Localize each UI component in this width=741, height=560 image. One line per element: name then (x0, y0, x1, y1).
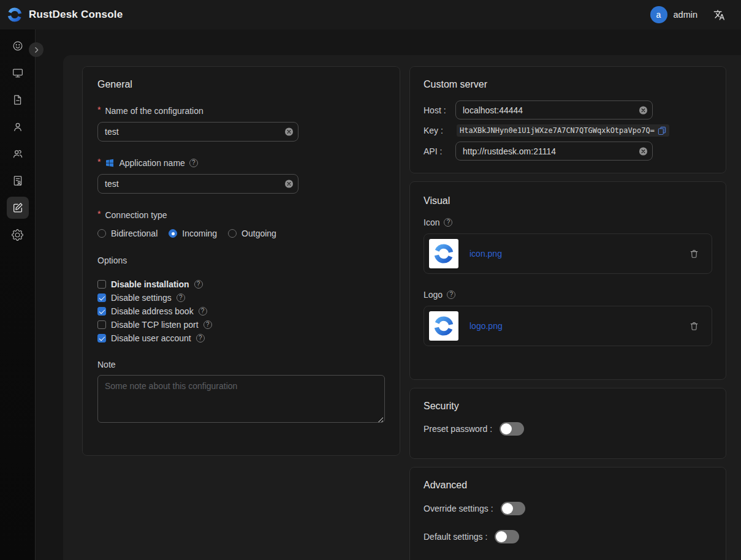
api-input[interactable] (455, 142, 653, 161)
edit-icon (7, 197, 29, 219)
sidebar-item-user[interactable] (0, 113, 35, 140)
sidebar (0, 29, 36, 560)
checkbox-label: Disable TCP listen port (111, 320, 199, 330)
options-list: Disable installation?Disable settings?Di… (97, 278, 385, 345)
windows-icon (105, 158, 115, 168)
host-input[interactable] (455, 100, 653, 119)
sidebar-item-audit-log[interactable] (0, 167, 35, 194)
help-icon[interactable]: ? (194, 280, 203, 289)
clear-icon[interactable] (639, 146, 648, 156)
user-icon (7, 116, 29, 138)
help-icon[interactable]: ? (203, 320, 212, 329)
translate-icon[interactable] (713, 9, 725, 21)
app-name-field (97, 174, 298, 194)
icon-thumbnail (429, 239, 458, 268)
checkbox-disable-installation[interactable]: Disable installation? (97, 278, 385, 291)
advanced-title: Advanced (424, 480, 712, 491)
help-icon[interactable]: ? (177, 293, 185, 302)
chevron-right-icon (32, 46, 40, 54)
required-asterisk: * (97, 105, 101, 114)
radio-bidirectional[interactable]: Bidirectional (97, 229, 158, 238)
logo-filename-link[interactable]: logo.png (469, 321, 689, 331)
trash-icon[interactable] (689, 249, 699, 259)
icon-file-row: icon.png (424, 233, 712, 274)
radio-label: Incoming (182, 229, 217, 238)
help-icon[interactable]: ? (189, 159, 198, 167)
host-label: Host : (424, 105, 455, 115)
app-name-label-row: * Application name ? (97, 158, 385, 168)
sidebar-item-monitor[interactable] (0, 59, 35, 86)
connection-type-group: BidirectionalIncomingOutgoing (97, 229, 385, 238)
checkbox-disable-user-account[interactable]: Disable user account? (97, 331, 385, 345)
key-label: Key : (424, 126, 455, 135)
override-settings-toggle[interactable] (501, 502, 525, 515)
config-name-label: Name of the configuration (105, 106, 203, 116)
avatar[interactable]: a (650, 6, 667, 23)
radio-incoming[interactable]: Incoming (169, 229, 217, 238)
app-title: RustDesk Console (29, 9, 123, 21)
override-settings-row: Override settings : (424, 501, 712, 516)
security-title: Security (424, 401, 712, 412)
brand: RustDesk Console (6, 6, 123, 23)
sidebar-item-edit[interactable] (0, 194, 35, 221)
general-card: General * Name of the configuration * Ap… (82, 66, 400, 456)
icon-upload-label: Icon (424, 218, 439, 227)
help-icon[interactable]: ? (199, 307, 207, 316)
checkbox-disable-tcp-listen-port[interactable]: Disable TCP listen port? (97, 318, 385, 331)
sidebar-item-settings[interactable] (0, 221, 35, 248)
content-page: General * Name of the configuration * Ap… (63, 55, 741, 560)
clear-icon[interactable] (639, 105, 648, 115)
note-textarea[interactable] (97, 375, 385, 423)
checkbox-box-icon (97, 334, 106, 342)
checkbox-label: Disable installation (111, 279, 189, 289)
help-icon[interactable]: ? (444, 218, 452, 227)
checkbox-disable-address-book[interactable]: Disable address book? (97, 305, 385, 318)
default-settings-toggle[interactable] (495, 530, 519, 543)
sidebar-item-document[interactable] (0, 86, 35, 113)
app-name-input[interactable] (97, 174, 298, 194)
checkbox-box-icon (97, 293, 106, 302)
default-settings-row: Default settings : (424, 529, 712, 544)
help-icon[interactable]: ? (447, 290, 455, 299)
override-settings-label: Override settings : (424, 504, 493, 513)
checkbox-disable-settings[interactable]: Disable settings? (97, 291, 385, 305)
config-name-input[interactable] (97, 122, 298, 142)
radio-outgoing[interactable]: Outgoing (228, 229, 276, 238)
user-name[interactable]: admin (674, 10, 698, 20)
main-area: General * Name of the configuration * Ap… (36, 29, 741, 560)
config-name-label-row: * Name of the configuration (97, 106, 385, 116)
preset-password-toggle[interactable] (500, 422, 524, 436)
config-name-field (97, 122, 298, 142)
help-icon[interactable]: ? (196, 334, 205, 342)
document-icon (7, 89, 29, 111)
security-card: Security Preset password : (409, 388, 726, 459)
preset-password-label: Preset password : (424, 424, 492, 434)
required-asterisk: * (97, 157, 101, 166)
general-title: General (97, 79, 385, 90)
trash-icon[interactable] (689, 321, 699, 331)
radio-label: Outgoing (241, 229, 276, 238)
checkbox-box-icon (97, 280, 106, 289)
sidebar-item-group[interactable] (0, 140, 35, 167)
icon-filename-link[interactable]: icon.png (469, 249, 689, 259)
connection-type-label: Connection type (105, 210, 167, 220)
key-row: Key : HtaXBkJNHyn0e1U1jWXze7A7CN7QTGWqxk… (424, 124, 712, 137)
logo-thumbnail (429, 311, 458, 341)
right-column: Custom server Host : Key : HtaXBkJNHyn0e… (409, 66, 726, 560)
key-value-chip: HtaXBkJNHyn0e1U1jWXze7A7CN7QTGWqxkOtpaVp… (457, 124, 669, 137)
logo-file-row: logo.png (424, 306, 712, 346)
app-header: RustDesk Console a admin (0, 0, 741, 29)
rustdesk-logo-icon (6, 6, 23, 23)
checkbox-label: Disable address book (111, 306, 194, 316)
radio-circle-icon (97, 229, 106, 238)
sidebar-expand-button[interactable] (29, 42, 44, 57)
custom-server-title: Custom server (424, 79, 712, 90)
logo-label-row: Logo ? (424, 290, 712, 300)
header-right: a admin (650, 6, 726, 23)
clear-icon[interactable] (284, 180, 294, 189)
radio-label: Bidirectional (111, 229, 158, 238)
checkbox-label: Disable user account (111, 333, 191, 343)
copy-icon[interactable] (658, 126, 666, 135)
visual-card: Visual Icon ? icon.png (409, 181, 726, 380)
clear-icon[interactable] (284, 127, 294, 137)
